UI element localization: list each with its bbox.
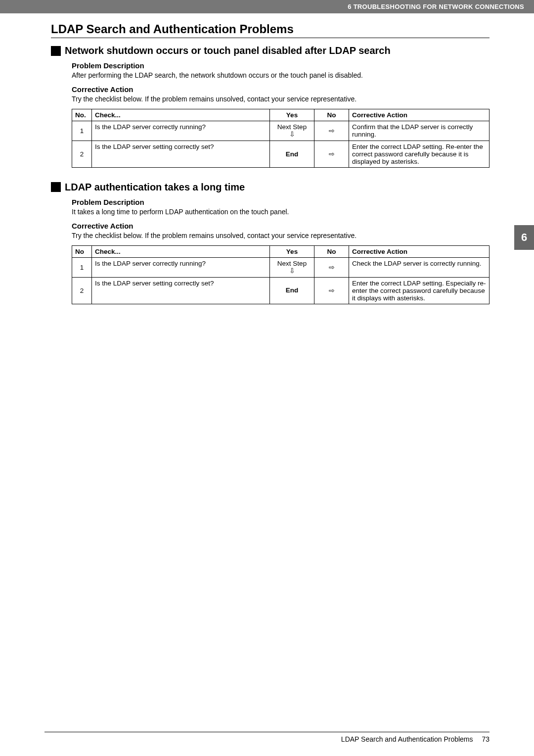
section2-heading-row: LDAP authentication takes a long time xyxy=(51,182,490,193)
cell-nocol: ⇨ xyxy=(314,121,349,141)
section1-pd-text: After performing the LDAP search, the ne… xyxy=(72,71,490,80)
cell-action: Check the LDAP server is correctly runni… xyxy=(349,257,490,277)
cell-yes-text: End xyxy=(286,150,299,158)
col-no-header2: No xyxy=(314,109,349,121)
cell-yes: End xyxy=(270,141,314,167)
cell-yes: Next Step ⇩ xyxy=(270,121,314,141)
section1-table: No. Check... Yes No Corrective Action 1 … xyxy=(72,109,490,168)
table-row: 2 Is the LDAP server setting correctly s… xyxy=(72,141,490,167)
chapter-side-tab: 6 xyxy=(514,225,534,250)
cell-no: 2 xyxy=(72,277,92,304)
square-bullet-icon xyxy=(51,182,61,192)
page-content: LDAP Search and Authentication Problems … xyxy=(0,13,534,304)
col-action-header: Corrective Action xyxy=(349,245,490,257)
cell-action: Confirm that the LDAP server is correctl… xyxy=(349,121,490,141)
section2-ca-text: Try the checklist below. If the problem … xyxy=(72,231,490,240)
cell-yes: End xyxy=(270,277,314,304)
cell-yes-text: End xyxy=(286,286,299,294)
page-footer: LDAP Search and Authentication Problems … xyxy=(44,732,490,743)
down-arrow-icon: ⇩ xyxy=(289,131,295,139)
section1-heading: Network shutdown occurs or touch panel d… xyxy=(65,45,391,56)
section2-heading: LDAP authentication takes a long time xyxy=(65,182,245,193)
col-check-header: Check... xyxy=(92,109,270,121)
square-bullet-icon xyxy=(51,46,61,56)
chapter-header: 6 TROUBLESHOOTING FOR NETWORK CONNECTION… xyxy=(0,0,534,13)
section1-body: Problem Description After performing the… xyxy=(72,61,490,168)
col-yes-header: Yes xyxy=(270,245,314,257)
cell-nocol: ⇨ xyxy=(314,141,349,167)
cell-no: 2 xyxy=(72,141,92,167)
section1-ca-text: Try the checklist below. If the problem … xyxy=(72,94,490,104)
cell-yes-text: Next Step xyxy=(277,260,307,268)
section1-ca-label: Corrective Action xyxy=(72,85,490,94)
cell-check: Is the LDAP server setting correctly set… xyxy=(92,277,270,304)
section2-body: Problem Description It takes a long time… xyxy=(72,198,490,304)
cell-no: 1 xyxy=(72,257,92,277)
table-header-row: No Check... Yes No Corrective Action xyxy=(72,245,490,257)
col-no-header: No xyxy=(72,245,92,257)
section2-pd-label: Problem Description xyxy=(72,198,490,206)
col-no-header2: No xyxy=(314,245,349,257)
footer-page-number: 73 xyxy=(482,735,490,743)
cell-check: Is the LDAP server setting correctly set… xyxy=(92,141,270,167)
col-check-header: Check... xyxy=(92,245,270,257)
section2-pd-text: It takes a long time to perform LDAP aut… xyxy=(72,207,490,217)
section1-heading-row: Network shutdown occurs or touch panel d… xyxy=(51,45,490,56)
cell-yes: Next Step ⇩ xyxy=(270,257,314,277)
cell-action: Enter the correct LDAP setting. Re-enter… xyxy=(349,141,490,167)
cell-action: Enter the correct LDAP setting. Especial… xyxy=(349,277,490,304)
col-yes-header: Yes xyxy=(270,109,314,121)
section1-pd-label: Problem Description xyxy=(72,61,490,70)
title-rule xyxy=(51,38,490,38)
cell-yes-text: Next Step xyxy=(277,123,307,131)
cell-check: Is the LDAP server correctly running? xyxy=(92,257,270,277)
table-row: 2 Is the LDAP server setting correctly s… xyxy=(72,277,490,304)
table-row: 1 Is the LDAP server correctly running? … xyxy=(72,121,490,141)
cell-no: 1 xyxy=(72,121,92,141)
table-header-row: No. Check... Yes No Corrective Action xyxy=(72,109,490,121)
col-no-header: No. xyxy=(72,109,92,121)
section2-table: No Check... Yes No Corrective Action 1 I… xyxy=(72,245,490,304)
cell-check: Is the LDAP server correctly running? xyxy=(92,121,270,141)
col-action-header: Corrective Action xyxy=(349,109,490,121)
footer-text: LDAP Search and Authentication Problems xyxy=(341,735,473,743)
section2-ca-label: Corrective Action xyxy=(72,222,490,230)
down-arrow-icon: ⇩ xyxy=(289,267,295,275)
cell-nocol: ⇨ xyxy=(314,277,349,304)
cell-nocol: ⇨ xyxy=(314,257,349,277)
table-row: 1 Is the LDAP server correctly running? … xyxy=(72,257,490,277)
page-title: LDAP Search and Authentication Problems xyxy=(51,22,490,36)
